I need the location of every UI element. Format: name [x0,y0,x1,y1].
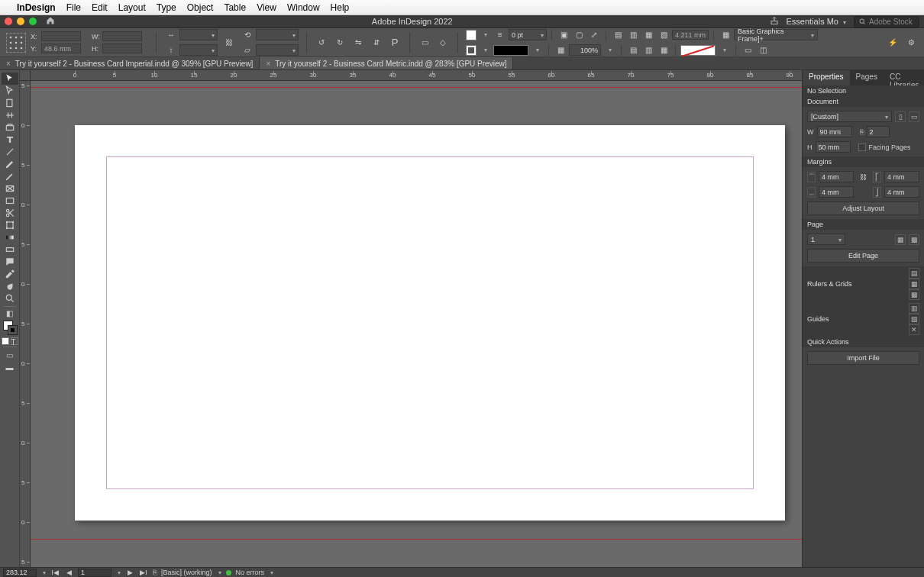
fill-swatch-dropdown[interactable] [478,28,492,42]
doc-pages-input[interactable] [867,126,890,137]
orientation-landscape-icon[interactable]: ▭ [909,111,919,122]
page-number-dropdown[interactable]: 1 [807,234,845,245]
stroke-swatch-dropdown[interactable] [478,44,492,57]
tab-properties[interactable]: Properties [803,70,850,85]
margin-bottom-input[interactable] [819,186,854,198]
frame-options-icon[interactable]: ◫ [756,44,770,57]
scale-y-input[interactable] [179,44,218,56]
scale-x-input[interactable] [179,29,218,40]
content-collector-tool[interactable] [2,121,18,134]
formatting-text-icon[interactable]: T [11,337,18,345]
guides-icon-3[interactable]: ✕ [909,324,919,335]
margin-top-input[interactable] [819,171,854,182]
control-menu-icon[interactable]: ⚙ [904,36,918,50]
view-mode-normal[interactable]: ▭ [2,349,18,361]
flip-h-icon[interactable]: ⇋ [351,36,365,50]
pencil-tool[interactable] [2,170,18,182]
guides-icon-1[interactable]: ▥ [909,303,919,314]
preflight-errors[interactable]: No errors [236,569,265,576]
shear-input[interactable] [256,44,299,56]
rotate-ccw-icon[interactable]: ↺ [315,36,328,50]
menu-view[interactable]: View [257,2,276,13]
close-window-button[interactable] [5,18,12,25]
pen-tool[interactable] [2,158,18,170]
next-page-button[interactable]: ▶ [125,569,134,576]
zoom-level-input[interactable] [3,569,37,577]
stroke-color-chip[interactable] [8,325,18,335]
fit-frame-icon-1[interactable]: ▣ [557,28,570,42]
effects-swatch[interactable] [680,45,716,56]
document-tab-2[interactable]: ×Try it yourself 2 - Business Card Metri… [260,57,513,69]
selection-tool[interactable] [2,73,18,85]
prev-page-button[interactable]: ◀ [64,569,73,576]
facing-pages-checkbox[interactable] [858,143,866,151]
margin-right-input[interactable] [884,186,919,198]
opacity-input[interactable] [569,44,601,56]
menu-help[interactable]: Help [331,2,350,13]
distribute-icon[interactable]: ▧ [657,28,670,42]
edit-page-button[interactable]: Edit Page [807,249,919,263]
align-center-icon[interactable]: ▥ [626,28,640,42]
fit-frame-icon-2[interactable]: ▢ [572,28,586,42]
open-doc-icon[interactable]: ⎘ [153,569,157,576]
first-page-button[interactable]: I◀ [50,569,60,576]
doc-height-input[interactable] [816,141,851,153]
gap-tool[interactable] [2,109,18,121]
stroke-style-swatch[interactable] [493,45,528,56]
constrain-link-icon[interactable]: ⛓ [222,36,236,50]
doc-width-input[interactable] [817,126,852,137]
rotate-cw-icon[interactable]: ↻ [333,36,347,50]
direct-selection-tool[interactable] [2,85,18,97]
effects-dropdown[interactable] [717,44,731,57]
canvas[interactable]: 051015202530354045505560657075808590 505… [20,70,802,567]
fill-stroke-selector[interactable] [2,319,18,336]
gradient-swatch-tool[interactable] [2,231,18,243]
rulers-icon-3[interactable]: ▩ [909,289,919,300]
margin-left-input[interactable] [884,171,919,182]
horizontal-ruler[interactable]: 051015202530354045505560657075808590 [31,70,802,81]
orientation-portrait-icon[interactable]: ▯ [895,111,906,122]
formatting-container-icon[interactable] [2,337,9,345]
y-input[interactable] [41,44,81,53]
menu-object[interactable]: Object [187,2,214,13]
zoom-dropdown[interactable] [41,569,46,576]
page-grid-icon-2[interactable]: ▩ [909,234,919,245]
document-tab-1[interactable]: ×Try it yourself 2 - Business Card Imper… [0,57,260,69]
page-grid-icon-1[interactable]: ▦ [895,234,906,245]
w-input[interactable] [102,31,142,41]
menu-window[interactable]: Window [287,2,320,13]
last-page-button[interactable]: ▶I [139,569,148,576]
rectangle-frame-tool[interactable] [2,182,18,195]
scissors-tool[interactable] [2,207,18,219]
menu-edit[interactable]: Edit [92,2,108,13]
tab-pages[interactable]: Pages [850,70,884,85]
rotate-input[interactable] [256,29,299,40]
zoom-window-button[interactable] [29,18,37,25]
eyedropper-tool[interactable] [2,268,18,280]
menu-file[interactable]: File [66,2,81,13]
tab-cc-libraries[interactable]: CC Libraries [884,70,924,85]
minimize-window-button[interactable] [17,18,24,25]
corner-options-icon[interactable]: ▭ [741,44,754,57]
gap-input[interactable] [672,30,709,40]
valign-bot-icon[interactable]: ▦ [657,44,670,57]
vertical-ruler[interactable]: 5050505050505 [20,81,31,567]
adobe-stock-search[interactable]: Adobe Stock [854,16,919,27]
note-tool[interactable] [2,256,18,268]
h-input[interactable] [102,44,142,53]
opacity-dropdown[interactable] [603,44,616,57]
page-preset-dropdown[interactable]: [Custom] [807,111,892,122]
valign-mid-icon[interactable]: ▥ [641,44,655,57]
page-nav-dropdown[interactable] [116,569,121,576]
rectangle-tool[interactable] [2,195,18,207]
preflight-profile[interactable]: [Basic] (working) [161,569,212,576]
ruler-origin[interactable] [20,70,31,81]
align-left-icon[interactable]: ▤ [611,28,625,42]
stroke-swatch-icon[interactable] [466,45,477,56]
select-content-icon[interactable]: ◇ [436,36,450,50]
rulers-icon-1[interactable]: ▤ [909,268,919,279]
stroke-weight-input[interactable]: 0 pt [509,29,547,40]
quick-apply-icon[interactable]: ⚡ [886,36,900,50]
gradient-feather-tool[interactable] [2,243,18,256]
color-chip-toggle[interactable]: ◧ [2,308,18,318]
